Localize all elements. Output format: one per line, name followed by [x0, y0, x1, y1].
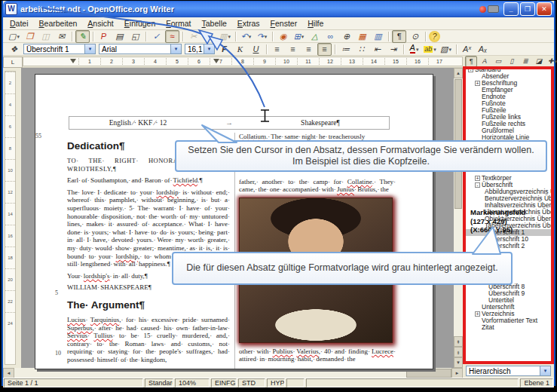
- restore-button[interactable]: ❐: [520, 2, 535, 16]
- next-page-icon[interactable]: ⇟: [454, 347, 463, 357]
- paragraph-styles-button[interactable]: ¶: [465, 56, 477, 67]
- font-size-combo[interactable]: 16,1 ▾: [185, 44, 215, 54]
- menu-item-extras[interactable]: Extras: [232, 18, 265, 29]
- formatting-marks-button[interactable]: ¶: [392, 30, 406, 43]
- scroll-up-icon[interactable]: ▲: [454, 68, 463, 78]
- menu-item-datei[interactable]: Datei: [5, 18, 34, 29]
- spellcheck-button[interactable]: ✓: [149, 30, 164, 43]
- insert-table-button[interactable]: ⊞: [292, 30, 306, 43]
- menu-item-tabelle[interactable]: Tabelle: [197, 18, 232, 29]
- font-name-combo[interactable]: Arial ▾: [99, 44, 182, 54]
- horizontal-scrollbar[interactable]: ◄ ►: [3, 368, 463, 378]
- vertical-ruler[interactable]: 24681012141618202224: [3, 68, 21, 368]
- background-color-button[interactable]: ▧: [439, 43, 453, 56]
- expand-icon[interactable]: +: [475, 176, 480, 181]
- menu-item-hilfe[interactable]: Hilfe: [302, 18, 329, 29]
- frame-styles-button[interactable]: ▭: [492, 56, 504, 67]
- draw-functions-button[interactable]: △: [308, 30, 322, 43]
- menu-item-fenster[interactable]: Fenster: [265, 18, 303, 29]
- new-style-from-selection-button[interactable]: ✚: [546, 56, 557, 67]
- fill-format-mode-button[interactable]: ◪: [533, 56, 545, 67]
- paragraph-style-combo[interactable]: Überschrift 1 ▾: [23, 44, 96, 54]
- standard-toolbar: ▢❒◫✉✎P▤◱✓≈✂⧉▥↶↷◉⊞△∞⊕▦▥¶⊙?: [3, 30, 554, 43]
- vertical-scrollbar[interactable]: ▲ ⇞ ⇟ ▼: [454, 68, 463, 368]
- style-item-vorformatierter-text[interactable]: Vorformatierter Text: [466, 317, 551, 324]
- character-styles-button[interactable]: A: [479, 56, 491, 67]
- chevron-down-icon[interactable]: ▾: [84, 44, 95, 54]
- increase-indent-button[interactable]: ⇥: [386, 43, 400, 56]
- styles-filter-combo[interactable]: Hierarchisch ▾: [466, 366, 551, 376]
- styles-window-toggle-button[interactable]: ❖: [7, 43, 21, 56]
- bullet-list-button[interactable]: ∷: [354, 43, 369, 56]
- misspelled-word: Superbus: [67, 324, 93, 332]
- style-item-fußnote[interactable]: Fußnote: [466, 100, 551, 107]
- superscript-button[interactable]: Aˣ: [460, 43, 474, 56]
- expand-icon[interactable]: +: [475, 311, 480, 317]
- style-item-endnote[interactable]: Endnote: [466, 93, 551, 100]
- horizontal-ruler[interactable]: 1234567891011121314151617: [23, 57, 463, 66]
- page-styles-button[interactable]: ▯: [506, 56, 518, 67]
- minimize-button[interactable]: _: [503, 2, 519, 16]
- italic-button[interactable]: K: [233, 43, 247, 56]
- page-preview-button[interactable]: ◱: [128, 30, 142, 43]
- indent-marker[interactable]: [70, 59, 76, 63]
- list-styles-button[interactable]: ≣: [519, 56, 531, 67]
- undo-button[interactable]: ↶: [239, 30, 253, 43]
- gallery-button[interactable]: ▦: [355, 30, 369, 43]
- bold-button[interactable]: F: [217, 43, 231, 56]
- export-pdf-button[interactable]: P: [96, 30, 111, 43]
- align-center-button[interactable]: ≡: [286, 43, 300, 56]
- chevron-down-icon[interactable]: ▾: [204, 44, 214, 54]
- redo-button[interactable]: ↷: [255, 30, 269, 43]
- help-button[interactable]: ?: [429, 31, 440, 42]
- data-sources-button[interactable]: ▥: [371, 30, 385, 43]
- style-item-zitat[interactable]: Zitat: [466, 324, 551, 331]
- expand-icon[interactable]: -: [468, 67, 473, 72]
- paste-button[interactable]: ▥: [218, 30, 232, 43]
- chevron-down-icon[interactable]: ▾: [540, 366, 550, 375]
- cut-button[interactable]: ✂: [186, 30, 200, 43]
- open-button[interactable]: ❒: [23, 30, 37, 43]
- align-left-button[interactable]: ≡: [270, 43, 284, 56]
- numbered-list-button[interactable]: ≔: [338, 43, 353, 56]
- scroll-down-icon[interactable]: ▼: [454, 357, 463, 368]
- styles-filter-row: Hierarchisch ▾: [463, 364, 554, 378]
- close-button[interactable]: ✕: [537, 2, 552, 16]
- underline-button[interactable]: U: [249, 43, 263, 56]
- scroll-right-icon[interactable]: ►: [451, 368, 463, 378]
- subscript-button[interactable]: Aₓ: [476, 43, 490, 56]
- highlighting-button[interactable]: ab: [423, 43, 437, 56]
- menu-item-bearbeiten[interactable]: Bearbeiten: [34, 18, 83, 29]
- menu-item-format[interactable]: Format: [161, 18, 196, 29]
- navigator-button[interactable]: ⊕: [339, 30, 353, 43]
- edit-file-button[interactable]: ✎: [75, 30, 90, 43]
- expand-icon[interactable]: -: [475, 182, 480, 188]
- autospellcheck-button[interactable]: ≈: [165, 30, 179, 43]
- email-button[interactable]: ✉: [54, 30, 69, 43]
- print-button[interactable]: ▤: [112, 30, 127, 43]
- zoom-button[interactable]: ⊙: [408, 30, 422, 43]
- indent-marker[interactable]: [213, 59, 219, 63]
- find-replace-button[interactable]: ∞: [323, 30, 338, 43]
- new-document-button[interactable]: ▢: [7, 30, 21, 43]
- save-button[interactable]: ◫: [38, 30, 53, 43]
- previous-page-icon[interactable]: ⇞: [454, 336, 463, 347]
- menu-item-einfügen[interactable]: Einfügen: [119, 18, 161, 29]
- decrease-indent-button[interactable]: ⇤: [370, 43, 384, 56]
- justify-button[interactable]: ≡: [317, 43, 332, 56]
- chevron-down-icon[interactable]: ▾: [170, 44, 181, 54]
- style-item-überschrift-2[interactable]: Überschrift 2: [466, 243, 551, 250]
- menu-item-ansicht[interactable]: Ansicht: [82, 18, 118, 29]
- expand-icon[interactable]: +: [475, 81, 480, 86]
- page-header-box[interactable]: English ∕· KKF ∕· 12 → Shakespeare¶: [69, 116, 390, 130]
- scrollbar-thumb[interactable]: [406, 369, 451, 378]
- align-right-button[interactable]: ≡: [301, 43, 316, 56]
- hyperlink-button[interactable]: ◉: [276, 30, 290, 43]
- misspelled-word: Tarquinius: [90, 316, 119, 323]
- style-item-empfänger[interactable]: Empfänger: [466, 87, 551, 93]
- document-page[interactable]: English ∕· KKF ∕· 12 → Shakespeare¶ Dedi…: [35, 74, 433, 369]
- scroll-left-icon[interactable]: ◄: [3, 368, 14, 378]
- tab-stop-selector[interactable]: L: [3, 57, 23, 68]
- copy-button[interactable]: ⧉: [202, 30, 216, 43]
- font-color-button[interactable]: A: [407, 43, 421, 56]
